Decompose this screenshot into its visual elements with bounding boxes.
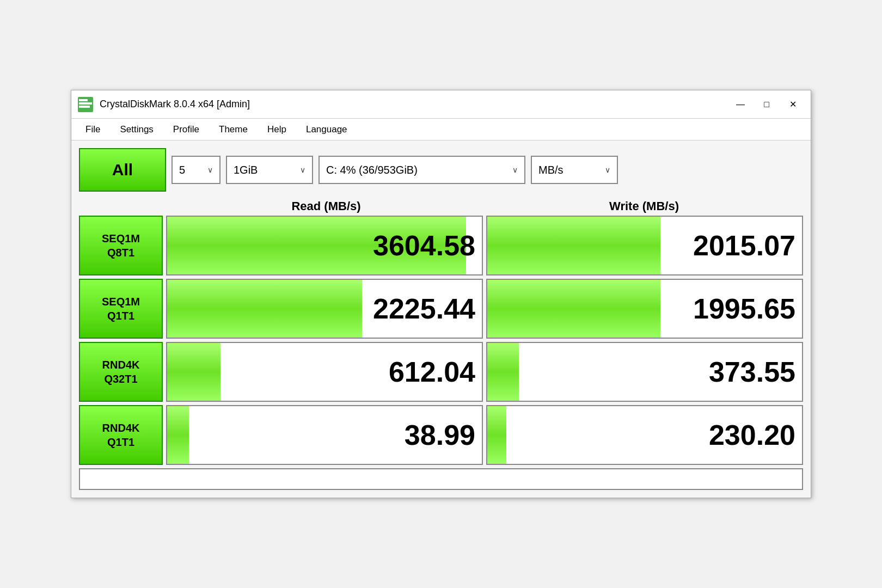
title-bar: CrystalDiskMark 8.0.4 x64 [Admin] — □ ✕ (71, 90, 811, 119)
svg-rect-2 (79, 106, 90, 108)
menu-file[interactable]: File (76, 121, 110, 138)
size-dropdown[interactable]: 1GiB ∨ (226, 156, 313, 184)
menu-help[interactable]: Help (258, 121, 296, 138)
all-button[interactable]: All (79, 148, 166, 192)
svg-rect-3 (79, 99, 88, 101)
unit-dropdown[interactable]: MB/s ∨ (531, 156, 618, 184)
row-label-0: SEQ1MQ8T1 (79, 216, 163, 275)
size-value: 1GiB (234, 164, 258, 176)
read-value-1: 2225.44 (166, 279, 483, 339)
size-chevron-icon: ∨ (300, 166, 305, 174)
drive-dropdown[interactable]: C: 4% (36/953GiB) ∨ (318, 156, 525, 184)
unit-value: MB/s (538, 164, 564, 176)
read-value-0: 3604.58 (166, 216, 483, 275)
runs-dropdown[interactable]: 5 ∨ (171, 156, 220, 184)
table-row: SEQ1MQ8T13604.582015.07 (79, 216, 803, 275)
close-button[interactable]: ✕ (780, 96, 805, 113)
write-value-2: 373.55 (486, 342, 803, 402)
write-value-3: 230.20 (486, 405, 803, 465)
svg-rect-1 (79, 102, 92, 105)
read-value-2: 612.04 (166, 342, 483, 402)
read-header: Read (MB/s) (167, 199, 485, 213)
table-row: SEQ1MQ1T12225.441995.65 (79, 279, 803, 339)
menu-language[interactable]: Language (296, 121, 357, 138)
read-value-3: 38.99 (166, 405, 483, 465)
application-window: CrystalDiskMark 8.0.4 x64 [Admin] — □ ✕ … (71, 90, 811, 498)
menu-settings[interactable]: Settings (110, 121, 163, 138)
table-row: RND4KQ1T138.99230.20 (79, 405, 803, 465)
main-content: All 5 ∨ 1GiB ∨ C: 4% (36/953GiB) ∨ MB/s … (71, 140, 811, 498)
write-value-1: 1995.65 (486, 279, 803, 339)
runs-chevron-icon: ∨ (207, 166, 213, 174)
menu-theme[interactable]: Theme (209, 121, 258, 138)
benchmark-rows: SEQ1MQ8T13604.582015.07SEQ1MQ1T12225.441… (79, 216, 803, 465)
bottom-status-bar (79, 468, 803, 490)
row-label-1: SEQ1MQ1T1 (79, 279, 163, 339)
menu-profile[interactable]: Profile (163, 121, 209, 138)
menu-bar: File Settings Profile Theme Help Languag… (71, 119, 811, 140)
write-value-0: 2015.07 (486, 216, 803, 275)
minimize-button[interactable]: — (728, 96, 753, 113)
drive-chevron-icon: ∨ (512, 166, 518, 174)
column-headers: Read (MB/s) Write (MB/s) (79, 199, 803, 213)
maximize-button[interactable]: □ (754, 96, 779, 113)
row-label-2: RND4KQ32T1 (79, 342, 163, 402)
controls-row: All 5 ∨ 1GiB ∨ C: 4% (36/953GiB) ∨ MB/s … (79, 148, 803, 192)
window-controls: — □ ✕ (728, 96, 805, 113)
row-label-3: RND4KQ1T1 (79, 405, 163, 465)
window-title: CrystalDiskMark 8.0.4 x64 [Admin] (100, 99, 250, 110)
unit-chevron-icon: ∨ (605, 166, 610, 174)
drive-value: C: 4% (36/953GiB) (326, 164, 418, 176)
app-icon (77, 96, 94, 113)
table-row: RND4KQ32T1612.04373.55 (79, 342, 803, 402)
runs-value: 5 (179, 164, 185, 176)
write-header: Write (MB/s) (485, 199, 803, 213)
